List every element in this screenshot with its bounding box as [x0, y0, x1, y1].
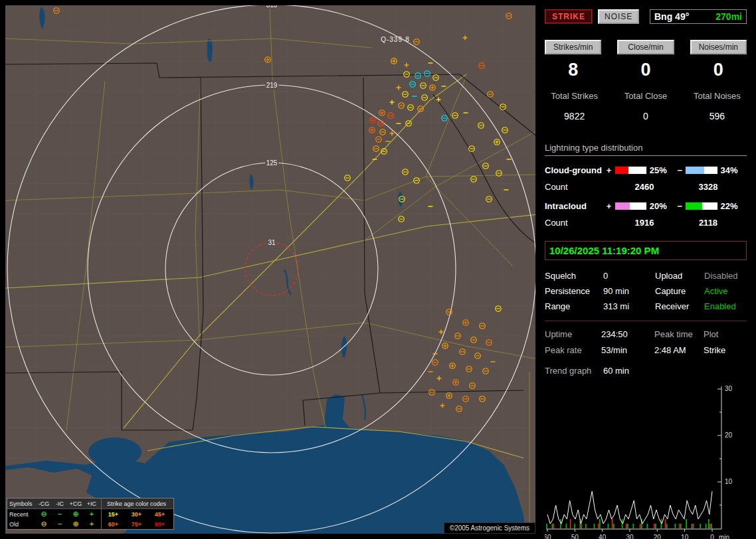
copyright-label: ©2005 Astrogenic Systems — [444, 522, 535, 534]
status-panel: STRIKE NOISE Bng 49° 270mi Strikes/min C… — [541, 5, 751, 535]
svg-text:50: 50 — [571, 534, 579, 539]
bearing-box: Bng 49° 270mi — [650, 9, 747, 24]
svg-text:20: 20 — [725, 431, 733, 439]
range-ring-label: 125 — [266, 159, 278, 167]
peak-time-label: Peak time — [654, 329, 704, 339]
map-legend: Symbols -CG -IC +CG +IC Strike age color… — [7, 498, 174, 530]
strike-mode-button[interactable]: STRIKE — [545, 9, 593, 24]
datetime-display: 10/26/2025 11:19:20 PM — [545, 241, 747, 260]
ic-pos-count: 1916 — [613, 218, 676, 228]
peak-time-value: 2:48 AM — [654, 345, 704, 355]
pos-ic-icon: + — [84, 520, 100, 528]
lightning-map[interactable]: 31321912531 Q-339-8 — [5, 5, 535, 534]
trend-window-value: 60 min — [603, 366, 629, 376]
neg-ic-icon: − — [52, 520, 68, 528]
range-value: 313 mi — [603, 301, 655, 311]
close-per-min-button[interactable]: Close/min — [617, 40, 674, 54]
count-label: Count — [545, 218, 613, 228]
plus-sign: + — [605, 201, 613, 211]
minus-sign: − — [676, 201, 684, 211]
legend-header: Symbols -CG -IC +CG +IC Strike age color… — [7, 499, 173, 509]
plot-value: Strike — [704, 345, 747, 355]
noises-per-min-value: 0 — [690, 60, 747, 80]
intracloud-row: Intracloud + 20% − 22% — [545, 201, 747, 211]
uptime-label: Uptime — [545, 329, 601, 339]
noise-mode-button[interactable]: NOISE — [598, 9, 639, 24]
legend-pos-ic-label: +IC — [84, 501, 100, 507]
capture-label: Capture — [655, 286, 704, 296]
strikes-per-min-button[interactable]: Strikes/min — [545, 40, 601, 54]
close-per-min-value: 0 — [617, 60, 674, 80]
upload-value: Disabled — [704, 271, 747, 281]
trend-graph-label: Trend graph — [545, 366, 591, 376]
ic-neg-bar — [685, 202, 717, 210]
age-code: 90+ — [150, 521, 170, 528]
strikes-per-min-value: 8 — [545, 60, 601, 80]
svg-text:30: 30 — [626, 534, 634, 539]
total-close-label: Total Close — [616, 91, 675, 101]
bearing-range: 270mi — [715, 11, 742, 22]
svg-text:30: 30 — [725, 385, 733, 392]
range-ring-label: 31 — [268, 239, 276, 246]
trend-graph: 1020306050403020100min — [545, 376, 744, 539]
range-ring-label: 313 — [266, 5, 278, 9]
range-label: Range — [545, 301, 603, 311]
status-table: Squelch 0 Upload Disabled Persistence 90… — [545, 271, 747, 311]
uptime-value: 234:50 — [601, 329, 654, 339]
legend-age-title: Strike age color codes — [101, 499, 171, 508]
svg-text:10: 10 — [681, 534, 689, 539]
ic-neg-pct: 22% — [719, 201, 745, 211]
persistence-value: 90 min — [603, 286, 655, 296]
legend-symbols-label: Symbols — [9, 501, 36, 507]
pos-cg-icon: ⊕ — [68, 510, 84, 518]
cg-neg-count: 3328 — [676, 182, 740, 192]
cloud-ground-label: Cloud-ground — [545, 165, 605, 175]
cloud-ground-count-row: Count 2460 3328 — [545, 182, 747, 192]
noises-per-min-button[interactable]: Noises/min — [690, 40, 747, 54]
svg-text:60: 60 — [545, 534, 551, 539]
legend-pos-cg-label: +CG — [68, 501, 84, 507]
total-noises-label: Total Noises — [688, 91, 747, 101]
legend-recent-label: Recent — [9, 511, 36, 518]
stats-table: Uptime 234:50 Peak time Plot Peak rate 5… — [545, 329, 747, 355]
plot-label: Plot — [704, 329, 747, 339]
plus-sign: + — [605, 165, 613, 175]
legend-old-row: Old ⊖ − ⊕ + 60+ 75+ 90+ — [7, 519, 173, 529]
cloud-ground-row: Cloud-ground + 25% − 34% — [545, 165, 747, 175]
pos-cg-icon: ⊕ — [68, 520, 84, 528]
neg-cg-icon: ⊖ — [36, 520, 52, 528]
cg-neg-pct: 34% — [719, 165, 745, 175]
svg-text:10: 10 — [725, 478, 733, 485]
persistence-label: Persistence — [545, 286, 603, 296]
ic-neg-count: 2118 — [676, 218, 740, 228]
storm-track-label: Q-339-8 — [381, 36, 410, 43]
ic-pos-bar — [614, 202, 647, 210]
peak-rate-label: Peak rate — [545, 345, 601, 355]
legend-old-label: Old — [9, 521, 36, 528]
cg-pos-pct: 25% — [648, 165, 674, 175]
neg-ic-icon: − — [52, 510, 68, 518]
legend-neg-ic-label: -IC — [52, 501, 68, 507]
capture-value: Active — [704, 286, 747, 296]
age-code: 45+ — [150, 511, 170, 518]
distribution-title: Lightning type distribution — [545, 143, 747, 156]
age-code: 15+ — [104, 511, 124, 518]
peak-rate-value: 53/min — [601, 345, 654, 355]
total-strikes-value: 9822 — [545, 111, 604, 121]
neg-cg-icon: ⊖ — [36, 510, 52, 518]
svg-text:40: 40 — [599, 534, 607, 539]
receiver-label: Receiver — [655, 301, 704, 311]
minus-sign: − — [676, 165, 684, 175]
app-window: 31321912531 Q-339-8 Symbols -CG -IC +CG … — [0, 0, 756, 539]
intracloud-count-row: Count 1916 2118 — [545, 218, 747, 228]
pos-ic-icon: + — [84, 510, 100, 518]
total-close-value: 0 — [616, 111, 675, 121]
intracloud-label: Intracloud — [545, 201, 605, 211]
svg-text:0: 0 — [710, 534, 714, 539]
upload-label: Upload — [655, 271, 704, 281]
lake — [88, 437, 142, 467]
count-label: Count — [545, 182, 613, 192]
svg-text:min: min — [719, 534, 729, 539]
age-code: 75+ — [127, 521, 147, 528]
age-code: 60+ — [104, 521, 124, 528]
